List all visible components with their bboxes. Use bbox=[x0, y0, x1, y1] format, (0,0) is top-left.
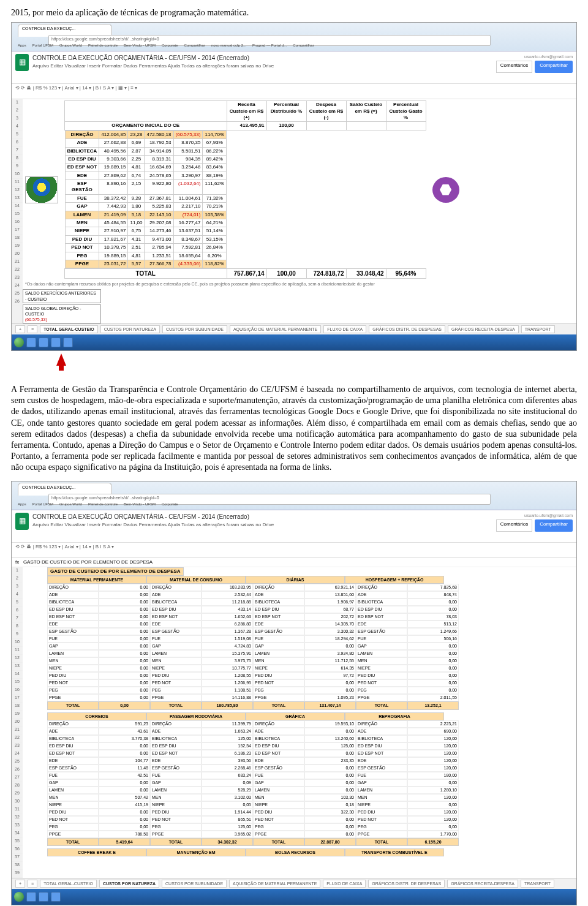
tab-natureza[interactable]: CUSTOS POR NATUREZA bbox=[99, 880, 159, 888]
cell[interactable]: BIBLIOTECA bbox=[65, 147, 99, 155]
cell[interactable]: 13.637,51 bbox=[173, 227, 203, 235]
cell[interactable]: 1.233,51 bbox=[145, 252, 173, 260]
cell-label[interactable]: NIEPE bbox=[47, 801, 99, 809]
windows-taskbar[interactable] bbox=[12, 889, 576, 905]
doc-title[interactable]: CONTROLE DA EXECUÇÃO ORÇAMENTÁRIA - CE/U… bbox=[32, 54, 492, 62]
cell[interactable]: 9.303,66 bbox=[99, 155, 128, 163]
cell-value[interactable]: 0,00 bbox=[99, 606, 150, 613]
cell[interactable]: 4,31 bbox=[128, 235, 145, 243]
cell-value[interactable]: 0,00 bbox=[304, 816, 356, 823]
cell-value[interactable]: 1.906,97 bbox=[304, 598, 356, 606]
cell-label[interactable]: MEN bbox=[47, 657, 99, 665]
cell[interactable]: 2,25 bbox=[128, 155, 145, 163]
cell-value[interactable]: 0,00 bbox=[407, 606, 459, 613]
cell-label[interactable]: ED ESP DIU bbox=[150, 606, 202, 613]
cell-value[interactable]: 0,00 bbox=[99, 635, 150, 643]
cell[interactable]: 23.031,72 bbox=[99, 260, 128, 268]
table-row[interactable]: MEN507,42MEN3.102,03MEN103,30MEN120,00 bbox=[47, 794, 576, 801]
table-row[interactable]: DIREÇÃO591,23DIREÇÃO11.399,79DIREÇÃO19.5… bbox=[47, 720, 576, 728]
cell-value[interactable]: 0,00 bbox=[304, 687, 356, 694]
table-row[interactable]: PPGE786,58PPGE3.965,02PPGE0,00PPGE1.770,… bbox=[47, 831, 576, 838]
cell-value[interactable]: 43,61 bbox=[99, 728, 150, 735]
table-row[interactable]: ED ESP NOT19.889,154,8116.634,693.254,46… bbox=[65, 164, 227, 172]
cell-label[interactable]: NIEPE bbox=[150, 801, 202, 809]
table-row[interactable]: LAMEN0,00LAMEN528,29LAMEN0,00LAMEN1.280,… bbox=[47, 787, 576, 794]
table-row[interactable]: PED NOT0,00PED NOT1.206,95PED NOT0,00PED… bbox=[47, 679, 576, 687]
bookmarks-bar[interactable]: Apps Portal UFSM Grupos World Painel de … bbox=[18, 43, 570, 50]
cell-value[interactable]: 1.095,23 bbox=[304, 694, 356, 701]
cell-value[interactable]: 0,00 bbox=[304, 772, 356, 779]
cell[interactable]: 8.319,31 bbox=[145, 155, 173, 163]
table-row[interactable]: DIREÇÃO412.004,8523,28472.580,18(60.575,… bbox=[65, 130, 227, 138]
cell-value[interactable]: 1.280,10 bbox=[407, 787, 459, 794]
cell[interactable]: 21.419,09 bbox=[99, 211, 128, 219]
cell-value[interactable]: 0,00 bbox=[304, 779, 356, 787]
table-row[interactable]: PED DIU17.821,674,319.473,008.348,6753,1… bbox=[65, 235, 227, 243]
cell-value[interactable]: 13.851,60 bbox=[304, 591, 356, 598]
cell-value[interactable]: 63.921,14 bbox=[304, 584, 356, 591]
cell[interactable]: 4,81 bbox=[128, 252, 145, 260]
cell-value[interactable]: 97,72 bbox=[304, 672, 356, 679]
cell-value[interactable]: 6.186,23 bbox=[202, 750, 253, 757]
cell-value[interactable]: 233,35 bbox=[304, 757, 356, 764]
cell-value[interactable]: 393,56 bbox=[202, 757, 253, 764]
cell[interactable]: 86,22% bbox=[203, 147, 227, 155]
bookmarks-bar[interactable]: Apps Portal UFSM Grupos World Painel de … bbox=[18, 502, 570, 508]
cell[interactable]: 5,57 bbox=[128, 260, 145, 268]
cell-value[interactable]: 1.652,63 bbox=[202, 613, 253, 621]
cell[interactable]: FUE bbox=[65, 194, 99, 202]
cell[interactable]: 88,19% bbox=[203, 172, 227, 179]
cell[interactable]: 27.910,97 bbox=[99, 227, 128, 235]
cell-label[interactable]: ED ESP DIU bbox=[47, 606, 99, 613]
cell-label[interactable]: ADE bbox=[47, 728, 99, 735]
cell[interactable]: 27.662,88 bbox=[99, 139, 128, 147]
cell-label[interactable]: LAMEN bbox=[150, 787, 202, 794]
cell-label[interactable]: PED DIU bbox=[47, 672, 99, 679]
cell-label[interactable]: ED ESP DIU bbox=[47, 742, 99, 750]
start-orb-icon[interactable] bbox=[14, 892, 24, 902]
cell-value[interactable]: 1.663,24 bbox=[202, 728, 253, 735]
cell-label[interactable]: MEN bbox=[150, 657, 202, 665]
comments-button[interactable]: Comentários bbox=[496, 519, 532, 532]
cell-label[interactable]: ADE bbox=[47, 591, 99, 598]
cell-value[interactable]: 1.914,44 bbox=[202, 809, 253, 816]
cell-label[interactable]: BIBLIOTECA bbox=[150, 735, 202, 742]
table-row[interactable]: PEG0,00PEG1.108,51PEG0,00PEG0,00 bbox=[47, 687, 576, 694]
cell[interactable]: NIEPE bbox=[65, 227, 99, 235]
tab-transport[interactable]: TRANSPORT bbox=[521, 325, 555, 333]
cell[interactable]: 3.254,46 bbox=[173, 164, 203, 172]
cell-value[interactable]: 415,19 bbox=[99, 801, 150, 809]
tab-permanente[interactable]: AQUISIÇÃO DE MATERIAL PERMANENTE bbox=[229, 880, 320, 888]
cell-label[interactable]: ESP GESTÃO bbox=[47, 764, 99, 772]
cell-value[interactable]: 1.108,51 bbox=[202, 687, 253, 694]
table-row[interactable]: ADE43,61ADE1.663,24ADE0,00ADE690,00 bbox=[47, 728, 576, 735]
tab-graf-desp[interactable]: GRÁFICOS DISTR. DE DESPESAS bbox=[369, 325, 445, 333]
cell-value[interactable]: 10.775,77 bbox=[202, 665, 253, 672]
table-row[interactable]: NIEPE0,00NIEPE10.775,77NIEPE614,35NIEPE0… bbox=[47, 665, 576, 672]
table-row[interactable]: ED ESP NOT0,00ED ESP NOT1.652,63ED ESP N… bbox=[47, 613, 576, 621]
cell[interactable]: GAP bbox=[65, 203, 99, 211]
cell-label[interactable]: LAMEN bbox=[253, 650, 304, 657]
cell[interactable]: 27.367,81 bbox=[145, 194, 173, 202]
cell-value[interactable]: 0,00 bbox=[99, 750, 150, 757]
windows-taskbar[interactable] bbox=[12, 334, 576, 350]
cell-value[interactable]: 7.825,68 bbox=[407, 584, 459, 591]
cell-value[interactable]: 42,51 bbox=[99, 772, 150, 779]
cell-label[interactable]: ADE bbox=[356, 728, 407, 735]
cell-label[interactable]: DIREÇÃO bbox=[356, 584, 407, 591]
toolbar[interactable]: ⟲ ⟳ 🖶 | R$ % 123 ▾ | Arial ▾ | 14 ▾ | B … bbox=[12, 84, 576, 99]
task-icon[interactable] bbox=[39, 892, 48, 902]
cell[interactable]: 11.004,61 bbox=[173, 194, 203, 202]
table-row[interactable]: BIBLIOTECA0,00BIBLIOTECA11.218,88BIBLIOT… bbox=[47, 598, 576, 606]
cell-label[interactable]: EDE bbox=[47, 757, 99, 764]
table-row[interactable]: GAP0,00GAP0,09GAP0,00GAP0,00 bbox=[47, 779, 576, 787]
cell[interactable]: 5.581,51 bbox=[173, 147, 203, 155]
cell-value[interactable]: 13.240,60 bbox=[304, 735, 356, 742]
cell-value[interactable]: 0,00 bbox=[304, 750, 356, 757]
cell[interactable]: 8.348,67 bbox=[173, 235, 203, 243]
cell-label[interactable]: PEG bbox=[253, 687, 304, 694]
tab-graf-rec[interactable]: GRÁFICOS RECEITA-DESPESA bbox=[447, 880, 518, 888]
cell-label[interactable]: GAP bbox=[47, 643, 99, 650]
cell-label[interactable]: ESP GESTÃO bbox=[47, 628, 99, 635]
cell-value[interactable]: 322,30 bbox=[304, 809, 356, 816]
